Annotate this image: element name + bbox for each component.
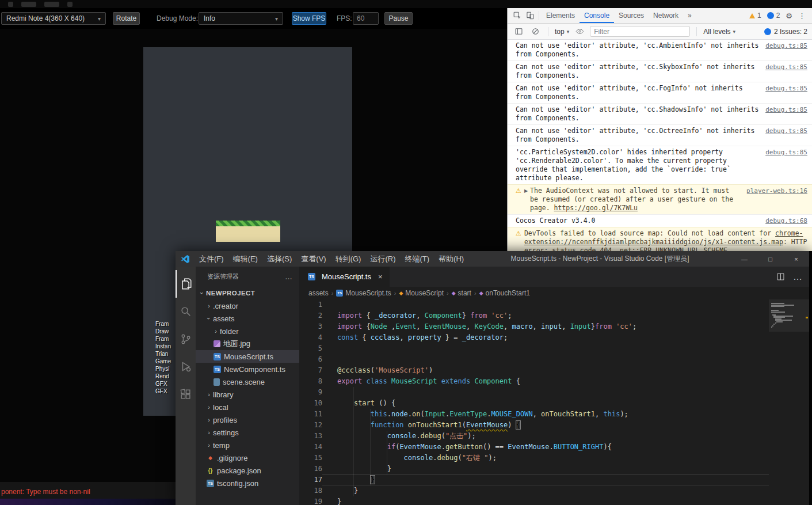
- tab-sources[interactable]: Sources: [614, 8, 649, 23]
- debug-mode-select[interactable]: Info ▾: [199, 12, 283, 25]
- source-link[interactable]: debug.ts:85: [765, 148, 807, 157]
- minimap-line: [775, 322, 776, 324]
- eye-icon[interactable]: [573, 26, 586, 37]
- clear-console-icon[interactable]: [529, 26, 542, 37]
- tree-item[interactable]: ›local: [196, 401, 299, 413]
- console-message: Cocos Creator v3.4.0debug.ts:68: [508, 214, 812, 227]
- preview-toolbar: Redmi Note 4(360 X 640) ▾ Rotate Debug M…: [0, 8, 507, 29]
- device-toolbar-icon[interactable]: [524, 10, 536, 21]
- menu-item[interactable]: 帮助(H): [434, 251, 468, 267]
- tree-item-label: 地面.jpg: [223, 339, 250, 349]
- source-link[interactable]: debug.ts:85: [765, 84, 807, 93]
- message-link[interactable]: https://goo.gl/7K7WLu: [554, 204, 638, 212]
- breadcrumb-item[interactable]: ◆MouseScript: [399, 289, 444, 297]
- profiler-line: Instan: [155, 343, 176, 350]
- close-button[interactable]: ×: [783, 251, 809, 267]
- search-icon[interactable]: [176, 298, 196, 325]
- profiler-line: Draw: [155, 328, 176, 335]
- tabs-overflow-chevron[interactable]: »: [683, 8, 696, 23]
- activity-bar: [176, 267, 196, 505]
- settings-gear-icon[interactable]: ⚙: [783, 12, 795, 20]
- breadcrumb-item[interactable]: ◆start: [452, 289, 471, 297]
- split-editor-icon[interactable]: [776, 272, 785, 281]
- source-link[interactable]: debug.ts:68: [765, 217, 807, 225]
- device-select[interactable]: Redmi Note 4(360 X 640) ▾: [1, 12, 106, 25]
- show-fps-button[interactable]: Show FPS: [292, 12, 326, 25]
- issues-link[interactable]: 2 Issues: 2: [764, 28, 807, 36]
- maximize-button[interactable]: □: [757, 251, 783, 267]
- profiler-line: Rend: [155, 373, 176, 380]
- tab-close-icon[interactable]: ×: [378, 272, 383, 281]
- tab-network[interactable]: Network: [649, 8, 683, 23]
- filter-input[interactable]: [590, 26, 690, 37]
- minimize-button[interactable]: —: [731, 251, 757, 267]
- tab-console[interactable]: Console: [580, 8, 614, 23]
- tree-item[interactable]: ›NEWPROJECT: [196, 287, 299, 299]
- minimap[interactable]: [769, 299, 809, 505]
- menu-item[interactable]: 编辑(E): [228, 251, 262, 267]
- expand-triangle-icon[interactable]: ▶: [524, 187, 528, 195]
- source-link[interactable]: debug.ts:85: [765, 41, 807, 50]
- tree-item-label: MouseScript.ts: [224, 352, 273, 361]
- code-text: console.debug("右键 ");: [337, 453, 497, 464]
- menu-item[interactable]: 运行(R): [365, 251, 400, 267]
- console-sidebar-icon[interactable]: [512, 26, 525, 37]
- source-link[interactable]: player-web.ts:16: [746, 187, 807, 195]
- code-line: 17 }: [299, 474, 809, 485]
- line-number: 15: [299, 453, 322, 464]
- warning-count-badge[interactable]: 1: [749, 12, 761, 20]
- breadcrumb-item[interactable]: assets: [308, 289, 329, 297]
- breadcrumb-item[interactable]: TSMouseScript.ts: [336, 289, 391, 297]
- kebab-menu-icon[interactable]: ⋮: [795, 12, 809, 20]
- source-control-icon[interactable]: [176, 325, 196, 353]
- menu-item[interactable]: 查看(V): [296, 251, 330, 267]
- tree-item[interactable]: TStsconfig.json: [196, 477, 299, 489]
- menu-item[interactable]: 终端(T): [400, 251, 434, 267]
- tree-item[interactable]: ›.creator: [196, 299, 299, 312]
- rotate-button[interactable]: Rotate: [113, 12, 140, 25]
- run-debug-icon[interactable]: [176, 353, 196, 381]
- tree-item[interactable]: {}package.json: [196, 464, 299, 477]
- minimap-line: [773, 324, 775, 325]
- tree-item[interactable]: ›assets: [196, 312, 299, 325]
- line-number: 5: [299, 343, 322, 354]
- line-number: 17: [299, 474, 322, 485]
- menu-item[interactable]: 选择(S): [262, 251, 296, 267]
- breadcrumb-label: onTouchStart1: [486, 289, 530, 297]
- vscode-titlebar[interactable]: 文件(F)编辑(E)选择(S)查看(V)转到(G)运行(R)终端(T)帮助(H)…: [176, 251, 809, 267]
- tab-mousescript[interactable]: TS MouseScript.ts ×: [299, 267, 390, 287]
- message-segment: Cocos Creator v3.4.0: [516, 217, 595, 225]
- tree-item[interactable]: ◆.gitignore: [196, 451, 299, 464]
- pause-button[interactable]: Pause: [384, 12, 413, 25]
- line-number: 4: [299, 332, 322, 343]
- inspect-element-icon[interactable]: [511, 10, 524, 21]
- context-selector[interactable]: top ▾: [555, 28, 569, 36]
- menu-item[interactable]: 文件(F): [195, 251, 228, 267]
- vscode-window: 文件(F)编辑(E)选择(S)查看(V)转到(G)运行(R)终端(T)帮助(H)…: [176, 251, 809, 505]
- tree-item[interactable]: ›folder: [196, 325, 299, 337]
- code-body: 12import { _decorator, Component} from '…: [299, 299, 809, 505]
- menu-item[interactable]: 转到(G): [331, 251, 366, 267]
- tree-item[interactable]: ›temp: [196, 439, 299, 451]
- source-link[interactable]: debug.ts:85: [765, 127, 807, 135]
- tree-item[interactable]: TSMouseScript.ts: [196, 350, 299, 363]
- tree-item[interactable]: scene.scene: [196, 375, 299, 388]
- source-link[interactable]: debug.ts:85: [765, 63, 807, 71]
- ground-sprite-dirt: [216, 226, 280, 242]
- issues-count-badge[interactable]: 2: [767, 12, 780, 20]
- tree-item[interactable]: ›profiles: [196, 413, 299, 426]
- log-levels-selector[interactable]: All levels ▾: [703, 28, 735, 36]
- tree-item[interactable]: ›library: [196, 388, 299, 401]
- breadcrumb-item[interactable]: ◆onTouchStart1: [479, 289, 530, 297]
- more-actions-icon[interactable]: …: [793, 272, 802, 282]
- extensions-icon[interactable]: [176, 381, 196, 408]
- source-link[interactable]: debug.ts:85: [765, 105, 807, 114]
- tab-elements[interactable]: Elements: [542, 8, 580, 23]
- code-editor[interactable]: 12import { _decorator, Component} from '…: [299, 299, 809, 505]
- tree-item[interactable]: 地面.jpg: [196, 337, 299, 350]
- fps-input[interactable]: [353, 12, 379, 25]
- tree-item[interactable]: ›settings: [196, 426, 299, 439]
- more-actions-icon[interactable]: …: [285, 272, 292, 281]
- tree-item[interactable]: TSNewComponent.ts: [196, 363, 299, 375]
- explorer-icon[interactable]: [176, 270, 196, 298]
